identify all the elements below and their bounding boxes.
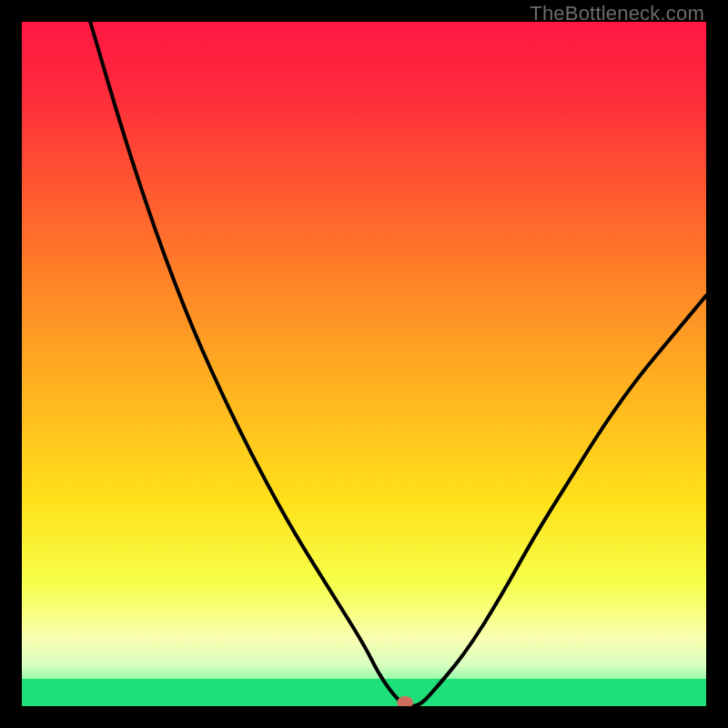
green-band bbox=[22, 679, 706, 706]
gradient-background bbox=[22, 22, 706, 706]
chart-frame bbox=[22, 22, 706, 706]
bottleneck-chart bbox=[22, 22, 706, 706]
